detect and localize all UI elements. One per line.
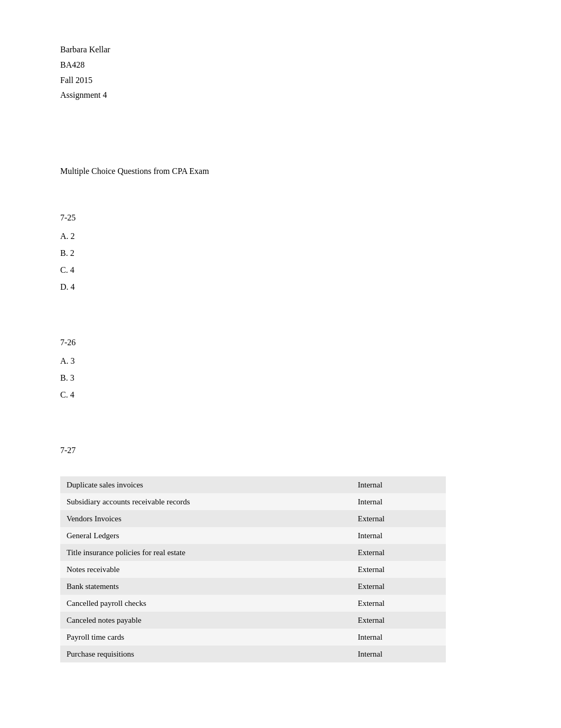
table-cell-item: General Ledgers	[60, 527, 351, 544]
answer-d: D. 4	[60, 279, 501, 296]
table-row: Title insurance policies for real estate…	[60, 544, 446, 561]
table-cell-type: External	[351, 510, 446, 527]
question-7-27: 7-27 Duplicate sales invoicesInternalSub…	[60, 446, 501, 662]
table-cell-item: Payroll time cards	[60, 629, 351, 646]
table-cell-item: Title insurance policies for real estate	[60, 544, 351, 561]
answer-b: B. 2	[60, 245, 501, 262]
answer-a-7-26: A. 3	[60, 353, 501, 370]
table-row: Payroll time cardsInternal	[60, 629, 446, 646]
table-row: Canceled notes payableExternal	[60, 612, 446, 629]
answer-c: C. 4	[60, 262, 501, 279]
table-row: General LedgersInternal	[60, 527, 446, 544]
table-row: Notes receivableExternal	[60, 561, 446, 578]
table-cell-item: Canceled notes payable	[60, 612, 351, 629]
table-cell-type: Internal	[351, 527, 446, 544]
table-row: Bank statementsExternal	[60, 578, 446, 595]
table-cell-item: Duplicate sales invoices	[60, 476, 351, 493]
course-code: BA428	[60, 58, 501, 73]
table-cell-type: External	[351, 561, 446, 578]
answer-b-7-26: B. 3	[60, 370, 501, 386]
assignment-label: Assignment 4	[60, 88, 501, 103]
table-cell-type: Internal	[351, 493, 446, 510]
section-title: Multiple Choice Questions from CPA Exam	[60, 167, 501, 176]
table-row: Vendors InvoicesExternal	[60, 510, 446, 527]
table-cell-item: Purchase requisitions	[60, 646, 351, 662]
table-cell-item: Subsidiary accounts receivable records	[60, 493, 351, 510]
table-cell-type: External	[351, 612, 446, 629]
question-number-7-25: 7-25	[60, 213, 501, 223]
table-row: Purchase requisitionsInternal	[60, 646, 446, 662]
table-cell-type: External	[351, 578, 446, 595]
header-block: Barbara Kellar BA428 Fall 2015 Assignmen…	[60, 42, 501, 103]
evidence-table: Duplicate sales invoicesInternalSubsidia…	[60, 476, 446, 662]
question-7-25: 7-25 A. 2 B. 2 C. 4 D. 4	[60, 213, 501, 296]
table-cell-type: External	[351, 595, 446, 612]
table-cell-type: External	[351, 544, 446, 561]
table-cell-type: Internal	[351, 629, 446, 646]
table-cell-item: Cancelled payroll checks	[60, 595, 351, 612]
semester: Fall 2015	[60, 73, 501, 88]
table-cell-type: Internal	[351, 476, 446, 493]
table-row: Subsidiary accounts receivable recordsIn…	[60, 493, 446, 510]
table-section: Duplicate sales invoicesInternalSubsidia…	[60, 476, 501, 662]
table-cell-item: Bank statements	[60, 578, 351, 595]
answer-a: A. 2	[60, 228, 501, 245]
question-number-7-27: 7-27	[60, 446, 501, 455]
question-number-7-26: 7-26	[60, 338, 501, 347]
question-7-26: 7-26 A. 3 B. 3 C. 4	[60, 338, 501, 403]
answer-c-7-26: C. 4	[60, 386, 501, 403]
table-cell-type: Internal	[351, 646, 446, 662]
table-row: Duplicate sales invoicesInternal	[60, 476, 446, 493]
author-name: Barbara Kellar	[60, 42, 501, 58]
table-row: Cancelled payroll checksExternal	[60, 595, 446, 612]
table-cell-item: Vendors Invoices	[60, 510, 351, 527]
table-cell-item: Notes receivable	[60, 561, 351, 578]
